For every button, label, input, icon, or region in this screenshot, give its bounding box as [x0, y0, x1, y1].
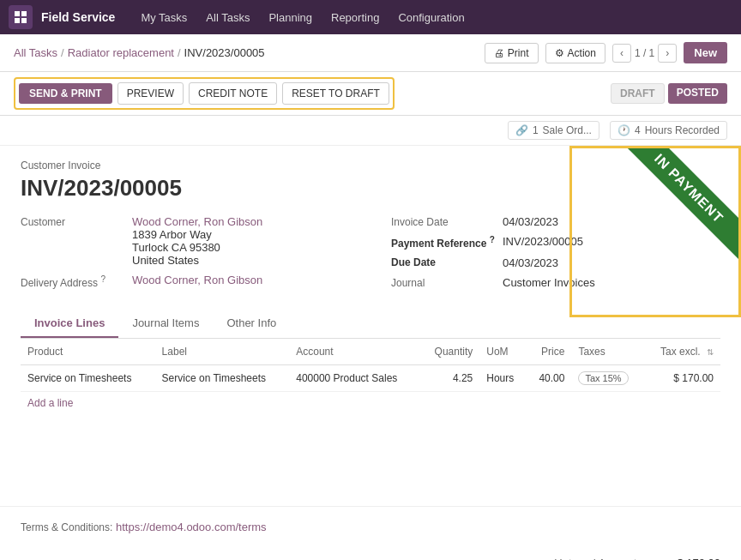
due-date-label: Due Date: [391, 256, 503, 268]
reset-to-draft-button[interactable]: RESET TO DRAFT: [282, 82, 389, 105]
field-group-left: Customer Wood Corner, Ron Gibson 1839 Ar…: [21, 215, 370, 296]
cell-quantity: 4.25: [420, 365, 479, 392]
action-buttons-group: SEND & PRINT PREVIEW CREDIT NOTE RESET T…: [14, 77, 395, 110]
totals-table: Untaxed Amount: $ 170.00 Tax 15%: $ 25.5…: [480, 554, 720, 560]
svg-rect-1: [21, 11, 27, 16]
nav-my-tasks[interactable]: My Tasks: [132, 8, 196, 27]
col-taxes: Taxes: [571, 339, 644, 365]
gear-icon: ⚙: [555, 47, 564, 59]
sale-order-chip[interactable]: 🔗 1 Sale Ord...: [508, 121, 599, 140]
address-line1: 1839 Arbor Way: [132, 228, 262, 241]
terms-link[interactable]: https://demo4.odoo.com/terms: [116, 521, 267, 533]
col-quantity: Quantity: [420, 339, 479, 365]
untaxed-value: $ 170.00: [660, 557, 720, 560]
customer-value-block: Wood Corner, Ron Gibson 1839 Arbor Way T…: [132, 215, 262, 267]
cell-taxes: Tax 15%: [571, 365, 644, 392]
main-content: IN PAYMENT Customer Invoice INV/2023/000…: [0, 146, 741, 506]
status-draft[interactable]: DRAFT: [611, 83, 665, 104]
col-label: Label: [155, 339, 290, 365]
cell-account: 400000 Product Sales: [289, 365, 420, 392]
customer-field: Customer Wood Corner, Ron Gibson 1839 Ar…: [21, 215, 350, 267]
svg-rect-2: [15, 18, 20, 23]
invoice-date-label: Invoice Date: [391, 215, 503, 228]
breadcrumb: All Tasks / Radiator replacement / INV/2…: [14, 46, 265, 59]
app-name: Field Service: [41, 10, 115, 24]
nav-planning[interactable]: Planning: [260, 8, 321, 27]
tab-other-info[interactable]: Other Info: [213, 310, 290, 338]
tab-invoice-lines[interactable]: Invoice Lines: [21, 310, 118, 338]
delivery-address-help: ?: [100, 274, 105, 284]
hours-recorded-chip[interactable]: 🕐 4 Hours Recorded: [610, 121, 727, 140]
cell-tax-excl: $ 170.00: [644, 365, 720, 392]
top-navigation: Field Service My Tasks All Tasks Plannin…: [0, 0, 741, 34]
col-tax-excl: Tax excl. ⇅: [644, 339, 720, 365]
col-account: Account: [289, 339, 420, 365]
status-pills: DRAFT POSTED: [611, 83, 727, 104]
terms-section: Terms & Conditions: https://demo4.odoo.c…: [0, 506, 741, 547]
in-payment-ribbon: IN PAYMENT: [610, 146, 741, 268]
action-bar: SEND & PRINT PREVIEW CREDIT NOTE RESET T…: [0, 72, 741, 116]
untaxed-label: Untaxed Amount:: [480, 557, 640, 560]
col-uom: UoM: [479, 339, 527, 365]
sort-icon[interactable]: ⇅: [707, 347, 714, 357]
preview-button[interactable]: PREVIEW: [117, 82, 184, 105]
new-button[interactable]: New: [684, 42, 727, 63]
tab-journal-items[interactable]: Journal Items: [118, 310, 213, 338]
add-line-button[interactable]: Add a line: [21, 392, 720, 414]
delivery-address-label: Delivery Address ?: [21, 274, 132, 289]
status-posted[interactable]: POSTED: [668, 83, 727, 104]
delivery-address-field: Delivery Address ? Wood Corner, Ron Gibs…: [21, 274, 350, 289]
cell-uom: Hours: [479, 365, 527, 392]
invoice-lines-table: Product Label Account Quantity UoM Price…: [21, 339, 720, 414]
col-product: Product: [21, 339, 155, 365]
svg-rect-0: [15, 11, 20, 16]
nav-links: My Tasks All Tasks Planning Reporting Co…: [132, 8, 473, 27]
payment-ref-label: Payment Reference ?: [391, 235, 503, 250]
action-button[interactable]: ⚙ Action: [545, 43, 605, 63]
delivery-address-value[interactable]: Wood Corner, Ron Gibson: [132, 274, 262, 286]
untaxed-row: Untaxed Amount: $ 170.00: [480, 554, 720, 560]
table-row: Service on Timesheets Service on Timeshe…: [21, 365, 720, 392]
link-icon: 🔗: [515, 124, 528, 136]
printer-icon: 🖨: [494, 47, 504, 59]
send-print-button[interactable]: SEND & PRINT: [19, 83, 112, 104]
invoice-date-value: 04/03/2023: [503, 215, 558, 228]
cell-product: Service on Timesheets: [21, 365, 155, 392]
due-date-value: 04/03/2023: [503, 256, 558, 269]
breadcrumb-invoice: INV/2023/00005: [184, 46, 265, 59]
pagination-next[interactable]: ›: [658, 44, 677, 63]
tax-badge: Tax 15%: [578, 371, 628, 385]
app-grid-icon[interactable]: [9, 5, 33, 29]
customer-name[interactable]: Wood Corner, Ron Gibson: [132, 215, 262, 228]
totals-section: Untaxed Amount: $ 170.00 Tax 15%: $ 25.5…: [0, 547, 741, 560]
journal-label: Journal: [391, 276, 503, 289]
credit-note-button[interactable]: CREDIT NOTE: [189, 82, 277, 105]
breadcrumb-bar: All Tasks / Radiator replacement / INV/2…: [0, 34, 741, 72]
nav-all-tasks[interactable]: All Tasks: [197, 8, 258, 27]
svg-rect-3: [21, 18, 27, 23]
nav-reporting[interactable]: Reporting: [322, 8, 388, 27]
breadcrumb-all-tasks[interactable]: All Tasks: [14, 46, 57, 59]
pagination-prev[interactable]: ‹: [612, 44, 631, 63]
address-line2: Turlock CA 95380: [132, 241, 262, 254]
cell-price: 40.00: [527, 365, 571, 392]
breadcrumb-actions: 🖨 Print ⚙ Action ‹ 1 / 1 › New: [485, 42, 727, 63]
customer-label: Customer: [21, 215, 132, 228]
terms-label: Terms & Conditions:: [21, 521, 112, 533]
cell-label: Service on Timesheets: [155, 365, 290, 392]
pagination: ‹ 1 / 1 ›: [612, 44, 677, 63]
col-price: Price: [527, 339, 571, 365]
breadcrumb-task[interactable]: Radiator replacement: [68, 46, 174, 59]
info-banner: 🔗 1 Sale Ord... 🕐 4 Hours Recorded: [0, 116, 741, 146]
in-payment-banner: IN PAYMENT: [569, 146, 741, 317]
nav-configuration[interactable]: Configuration: [389, 8, 473, 27]
clock-icon: 🕐: [618, 124, 630, 136]
print-button[interactable]: 🖨 Print: [485, 43, 539, 63]
address-line3: United States: [132, 254, 262, 267]
